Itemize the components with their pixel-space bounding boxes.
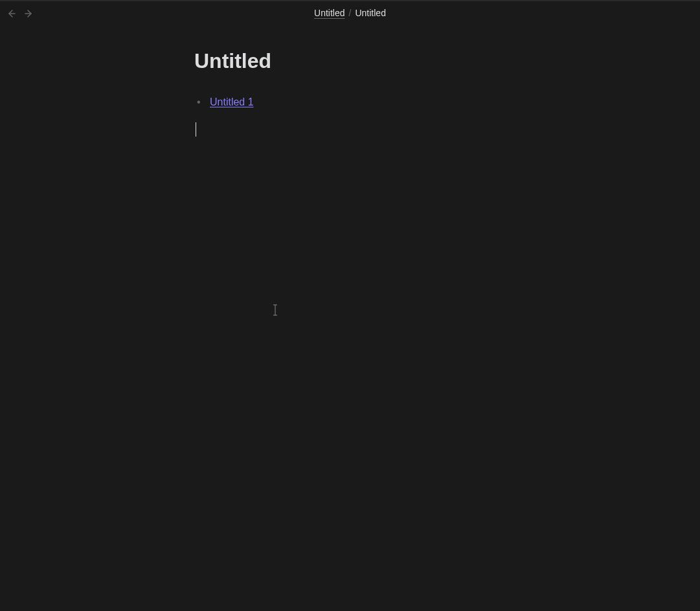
- top-border: [0, 0, 700, 1]
- bullet-list: Untitled 1: [194, 94, 635, 111]
- nav-buttons: [5, 8, 35, 19]
- ibeam-cursor-icon: [272, 304, 278, 316]
- forward-button[interactable]: [23, 8, 35, 19]
- page-title[interactable]: Untitled: [194, 49, 635, 73]
- arrow-left-icon: [6, 8, 16, 19]
- text-cursor: [196, 122, 196, 137]
- breadcrumb-parent[interactable]: Untitled: [314, 8, 344, 18]
- breadcrumb-separator: /: [349, 8, 352, 18]
- breadcrumb: Untitled / Untitled: [314, 8, 386, 18]
- arrow-right-icon: [24, 8, 34, 19]
- page-link[interactable]: Untitled 1: [210, 96, 254, 107]
- breadcrumb-current: Untitled: [355, 8, 385, 18]
- page-content: Untitled Untitled 1: [194, 49, 635, 111]
- back-button[interactable]: [5, 8, 17, 19]
- list-item[interactable]: Untitled 1: [210, 94, 635, 111]
